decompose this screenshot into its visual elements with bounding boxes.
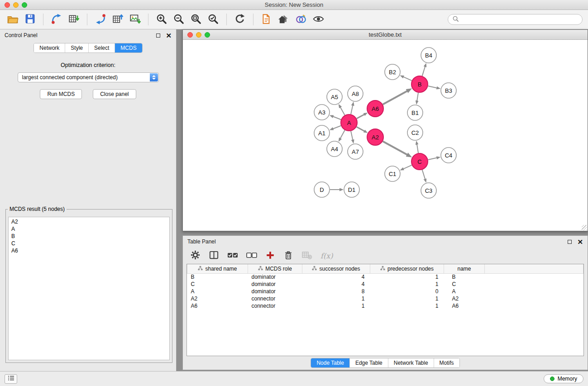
mcds-result-item[interactable]: A6 [11, 247, 167, 254]
optimization-criterion-select[interactable]: largest connected component (directed) [18, 72, 159, 82]
graph-node-C[interactable]: C [411, 153, 428, 170]
graph-node-B4[interactable]: B4 [421, 48, 436, 63]
table-row[interactable]: A6 connector 1 1 A6 [187, 302, 583, 310]
network-close-button[interactable] [187, 32, 193, 38]
graph-edge[interactable] [428, 86, 437, 88]
table-panel-float-button[interactable] [568, 240, 572, 244]
graph-edge[interactable] [422, 67, 425, 76]
graph-node-D1[interactable]: D1 [344, 182, 359, 197]
graph-node-A1[interactable]: A1 [314, 125, 330, 141]
zoom-window-button[interactable] [22, 2, 27, 8]
table-settings-button[interactable] [190, 249, 201, 262]
import-table-button[interactable] [67, 12, 81, 27]
control-panel-close-button[interactable]: ✕ [166, 32, 172, 39]
export-image-button[interactable] [128, 12, 142, 27]
home-button[interactable] [277, 12, 291, 27]
run-mcds-button[interactable]: Run MCDS [40, 89, 82, 99]
show-hide-button[interactable] [311, 12, 325, 27]
graph-edge[interactable] [340, 107, 345, 115]
column-header-successor-nodes[interactable]: successor nodes [302, 264, 370, 273]
table-row[interactable]: A2 connector 1 1 A2 [187, 295, 583, 302]
graph-edge[interactable] [357, 114, 364, 119]
graph-node-C2[interactable]: C2 [407, 125, 423, 140]
mcds-result-list[interactable]: A2 A B C A6 [8, 217, 170, 360]
column-header-name[interactable]: name [444, 264, 485, 273]
close-window-button[interactable] [5, 2, 10, 8]
mcds-result-item[interactable]: A [11, 225, 167, 233]
graph-node-C4[interactable]: C4 [441, 148, 456, 163]
network-minimize-button[interactable] [196, 32, 201, 38]
network-zoom-button[interactable] [205, 32, 210, 38]
deselect-all-button[interactable] [246, 249, 257, 262]
graph-node-A5[interactable]: A5 [327, 89, 342, 105]
tab-style[interactable]: Style [65, 43, 88, 52]
graph-node-B[interactable]: B [411, 76, 428, 92]
memory-button[interactable]: Memory [544, 374, 583, 383]
table-panel-close-button[interactable]: ✕ [577, 238, 583, 245]
graph-node-C3[interactable]: C3 [421, 183, 436, 198]
close-panel-button[interactable]: Close panel [93, 89, 136, 99]
control-panel-float-button[interactable] [156, 33, 160, 38]
graph-edge[interactable] [383, 91, 407, 105]
graph-edge[interactable] [383, 141, 407, 155]
graph-edge[interactable] [333, 126, 341, 129]
open-session-button[interactable] [5, 12, 20, 27]
graph-edge[interactable] [403, 77, 412, 81]
graph-node-B2[interactable]: B2 [385, 64, 400, 80]
toggle-columns-button[interactable] [209, 249, 219, 262]
export-network-button[interactable] [93, 12, 108, 27]
delete-row-button[interactable] [283, 249, 293, 262]
import-network-button[interactable] [49, 12, 64, 27]
mcds-result-item[interactable]: C [11, 240, 167, 247]
graph-node-A6[interactable]: A6 [367, 100, 383, 117]
tab-network[interactable]: Network [34, 43, 65, 52]
graph-edge[interactable] [417, 93, 418, 101]
tab-motifs[interactable]: Motifs [434, 358, 459, 367]
graph-edge[interactable] [340, 130, 345, 139]
graph-edge[interactable] [351, 105, 353, 114]
save-session-button[interactable] [23, 12, 37, 27]
network-canvas[interactable]: B4B2BB3B1A5A8A6A3AA1A4A7A2C2C1CC4C3DD1 [183, 40, 588, 231]
select-all-button[interactable] [227, 249, 238, 262]
mcds-result-item[interactable]: A2 [11, 218, 167, 225]
tab-network-table[interactable]: Network Table [388, 358, 434, 367]
style-button[interactable] [294, 12, 308, 27]
tab-select[interactable]: Select [88, 43, 115, 52]
tab-edge-table[interactable]: Edge Table [349, 358, 388, 367]
window-resize-handle[interactable] [582, 225, 587, 230]
graph-edge[interactable] [333, 116, 341, 119]
search-input[interactable] [461, 16, 578, 23]
mcds-result-item[interactable]: B [11, 233, 167, 240]
graph-edge[interactable] [428, 158, 437, 160]
add-row-button[interactable] [265, 249, 275, 262]
graph-node-B1[interactable]: B1 [407, 105, 423, 120]
graph-edge[interactable] [403, 165, 412, 169]
graph-edge[interactable] [422, 170, 425, 179]
graph-node-A4[interactable]: A4 [327, 141, 342, 157]
graph-node-A[interactable]: A [341, 114, 357, 131]
graph-edge[interactable] [417, 144, 418, 153]
column-header-shared-name[interactable]: shared name [187, 264, 248, 273]
graph-node-C1[interactable]: C1 [385, 166, 400, 181]
tab-node-table[interactable]: Node Table [311, 358, 349, 367]
table-row[interactable]: C dominator 4 1 C [187, 281, 583, 288]
delete-table-button[interactable] [301, 249, 312, 262]
graph-node-A8[interactable]: A8 [348, 86, 363, 101]
tab-mcds[interactable]: MCDS [115, 43, 142, 52]
table-row[interactable]: A dominator 8 0 A [187, 288, 583, 295]
zoom-in-button[interactable] [154, 12, 169, 27]
export-table-button[interactable] [110, 12, 125, 27]
minimize-window-button[interactable] [13, 2, 19, 8]
show-panel-button[interactable] [259, 12, 274, 27]
zoom-out-button[interactable] [172, 12, 186, 27]
table-row[interactable]: B dominator 4 1 B [187, 273, 583, 281]
zoom-fit-button[interactable] [189, 12, 203, 27]
graph-node-A2[interactable]: A2 [367, 129, 383, 145]
graph-node-B3[interactable]: B3 [441, 83, 456, 98]
column-header-predecessor-nodes[interactable]: predecessor nodes [370, 264, 444, 273]
task-history-button[interactable] [5, 374, 17, 384]
graph-edge[interactable] [351, 131, 353, 140]
graph-node-A3[interactable]: A3 [314, 105, 330, 120]
graph-node-A7[interactable]: A7 [348, 144, 363, 159]
apply-layout-button[interactable] [233, 12, 247, 27]
